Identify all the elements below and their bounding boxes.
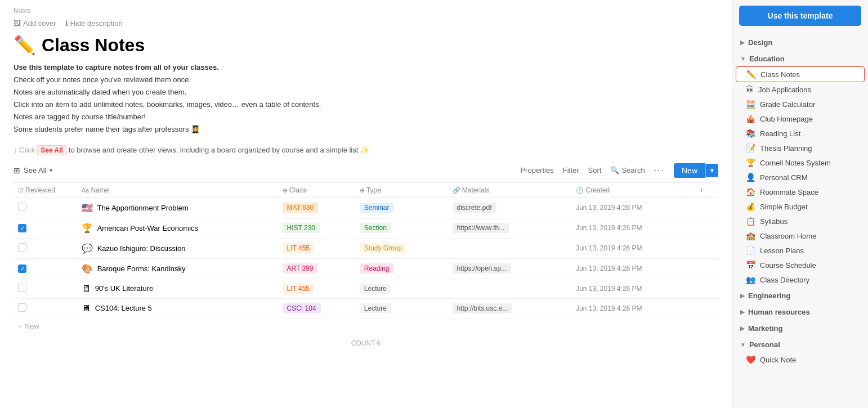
sidebar-section-header-education[interactable]: ▼Education [732, 51, 868, 66]
checkbox-cell[interactable] [14, 279, 77, 298]
sidebar-section-header-engineering[interactable]: ▶Engineering [732, 288, 868, 303]
chevron-icon: ▶ [740, 309, 745, 315]
item-label-reading-list: Reading List [760, 129, 800, 138]
view-selector[interactable]: ⊞ See All ▾ [14, 166, 52, 175]
type-tag[interactable]: Study Group [360, 243, 406, 253]
name-cell[interactable]: 🎨 Baroque Forms: Kandinsky [77, 258, 278, 279]
filter-button[interactable]: Filter [563, 166, 579, 174]
materials-link[interactable]: http://bits.usc.e... [453, 303, 513, 313]
class-tag[interactable]: ART 399 [283, 263, 318, 274]
sidebar-item-quick-note[interactable]: ❤️ Quick Note [732, 352, 868, 367]
class-tag[interactable]: LIT 455 [283, 284, 314, 294]
sidebar-section-engineering: ▶Engineering [732, 288, 868, 303]
new-button-dropdown[interactable]: ▾ [705, 164, 718, 177]
col-header-add[interactable]: + [695, 182, 718, 198]
type-tag[interactable]: Lecture [360, 303, 391, 313]
toolbar-right: Properties Filter Sort 🔍 Search ··· New … [520, 163, 718, 178]
new-button[interactable]: New [674, 163, 705, 178]
sidebar-item-classroom-home[interactable]: 🏫 Classroom Home [732, 228, 868, 243]
row-extra-cell [695, 198, 718, 218]
row-icon: 🏆 [82, 223, 93, 234]
section-label: Human resources [748, 308, 810, 316]
sidebar-item-personal-crm[interactable]: 👤 Personal CRM [732, 170, 868, 185]
type-tag[interactable]: Reading [360, 263, 394, 274]
table-row: 🖥 CS104: Lecture 5 CSCI 104 Lecture http… [14, 298, 718, 318]
col-header-reviewed: ☑ Reviewed [14, 182, 77, 198]
sidebar-item-syllabus[interactable]: 📋 Syllabus [732, 214, 868, 228]
table-row: ✓ 🎨 Baroque Forms: Kandinsky ART 399 Rea… [14, 258, 718, 279]
table-row: ✓ 🏆 American Post-War Economics HIST 230… [14, 218, 718, 238]
row-name: Baroque Forms: Kandinsky [97, 264, 186, 273]
see-all-badge[interactable]: See All [37, 145, 66, 155]
type-cell: Seminar [355, 198, 448, 218]
title-emoji: ✏️ [14, 34, 36, 56]
checkbox-cell[interactable]: ✓ [14, 218, 77, 238]
type-cell: Reading [355, 258, 448, 279]
search-button[interactable]: 🔍 Search [610, 166, 645, 174]
sidebar-item-simple-budget[interactable]: 💰 Simple Budget [732, 199, 868, 214]
sidebar-item-roommate-space[interactable]: 🏠 Roommate Space [732, 185, 868, 199]
section-label: Personal [749, 340, 780, 349]
materials-cell [448, 279, 572, 298]
checkbox-cell[interactable]: ✓ [14, 258, 77, 279]
materials-link[interactable]: https://www.th... [453, 223, 509, 233]
search-icon: 🔍 [610, 166, 619, 174]
chevron-icon: ▶ [740, 325, 745, 331]
sidebar-section-header-design[interactable]: ▶Design [732, 35, 868, 50]
properties-button[interactable]: Properties [520, 166, 553, 174]
sidebar-item-class-directory[interactable]: 👥 Class Directory [732, 272, 868, 287]
item-label-simple-budget: Simple Budget [760, 203, 808, 211]
sidebar-section-header-personal[interactable]: ▼Personal [732, 337, 868, 352]
row-checkbox-1[interactable] [18, 203, 26, 211]
checkbox-cell[interactable] [14, 298, 77, 318]
class-tag[interactable]: CSCI 104 [283, 303, 321, 313]
main-content: Notes 🖼 Add cover ℹ Hide description ✏️ … [0, 0, 732, 408]
row-name: Kazuo Ishiguro: Discussion [97, 244, 186, 253]
row-checkbox-6[interactable] [18, 303, 26, 312]
row-checkbox-2[interactable]: ✓ [18, 224, 26, 232]
add-cover-button[interactable]: 🖼 Add cover [14, 19, 56, 28]
materials-link[interactable]: discrete.pdf [453, 203, 496, 213]
name-cell[interactable]: 🇺🇸 The Apportionment Problem [77, 198, 278, 218]
hide-description-button[interactable]: ℹ Hide description [65, 19, 123, 28]
class-tag[interactable]: HIST 230 [283, 223, 320, 233]
checkbox-cell[interactable] [14, 238, 77, 258]
use-template-button[interactable]: Use this template [739, 6, 861, 26]
checkbox-cell[interactable] [14, 198, 77, 218]
sidebar-item-thesis-planning[interactable]: 📝 Thesis Planning [732, 141, 868, 155]
class-tag[interactable]: LIT 455 [283, 243, 314, 253]
item-icon-thesis-planning: 📝 [746, 144, 755, 153]
materials-link[interactable]: https://open.sp... [453, 263, 512, 274]
sidebar-item-club-homepage[interactable]: 🎪 Club Homepage [732, 111, 868, 126]
name-cell[interactable]: 🏆 American Post-War Economics [77, 218, 278, 238]
sidebar-item-course-schedule[interactable]: 📅 Course Schedule [732, 258, 868, 272]
name-cell[interactable]: 💬 Kazuo Ishiguro: Discussion [77, 238, 278, 258]
sidebar-item-job-applications[interactable]: 🏛 Job Applications [732, 82, 868, 97]
col-header-class: ⊕ Class [278, 182, 355, 198]
created-cell: Jun 13, 2019 4:26 PM [571, 198, 695, 218]
plus-icon: + [18, 322, 23, 330]
type-tag[interactable]: Lecture [360, 284, 391, 294]
class-tag[interactable]: MAT 630 [283, 203, 319, 213]
desc-line-1: Use this template to capture notes from … [14, 61, 718, 74]
row-checkbox-4[interactable]: ✓ [18, 264, 26, 273]
sidebar-section-header-human-resources[interactable]: ▶Human resources [732, 304, 868, 320]
name-cell[interactable]: 🖥 90's UK Literature [77, 279, 278, 298]
chevron-icon: ▶ [740, 293, 745, 299]
sidebar-item-cornell-notes[interactable]: 🏆 Cornell Notes System [732, 155, 868, 170]
type-tag[interactable]: Section [360, 223, 391, 233]
add-new-row[interactable]: + New [14, 319, 718, 334]
type-tag[interactable]: Seminar [360, 203, 394, 213]
sidebar-item-reading-list[interactable]: 📚 Reading List [732, 126, 868, 141]
sidebar-item-lesson-plans[interactable]: 📄 Lesson Plans [732, 243, 868, 258]
more-options-button[interactable]: ··· [654, 165, 665, 176]
sort-button[interactable]: Sort [588, 166, 602, 174]
sidebar-section-header-marketing[interactable]: ▶Marketing [732, 321, 868, 336]
sidebar-item-class-notes[interactable]: ✏️ Class Notes [736, 66, 865, 82]
created-cell: Jun 13, 2019 4:26 PM [571, 218, 695, 238]
row-checkbox-3[interactable] [18, 243, 26, 252]
row-name: CS104: Lecture 5 [95, 304, 152, 312]
row-checkbox-5[interactable] [18, 284, 26, 292]
sidebar-item-grade-calculator[interactable]: 🧮 Grade Calculator [732, 97, 868, 111]
name-cell[interactable]: 🖥 CS104: Lecture 5 [77, 298, 278, 318]
